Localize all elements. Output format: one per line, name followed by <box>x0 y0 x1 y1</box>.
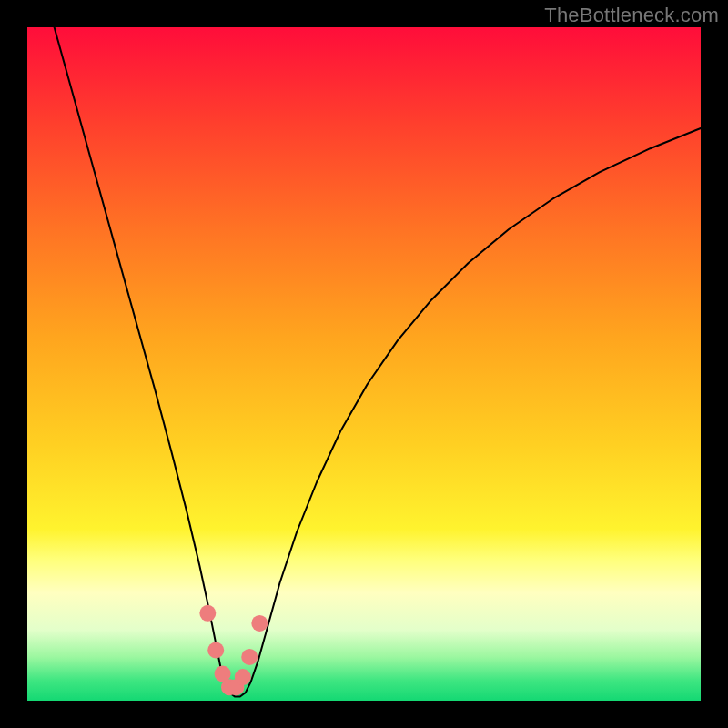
highlight-point <box>241 649 258 665</box>
highlight-point <box>251 615 268 632</box>
plot-background <box>27 27 701 701</box>
highlight-point <box>199 605 216 622</box>
chart-frame: TheBottleneck.com <box>0 0 728 728</box>
bottleneck-chart <box>0 0 728 728</box>
highlight-point <box>207 642 224 659</box>
watermark-text: TheBottleneck.com <box>544 4 719 27</box>
highlight-point <box>235 669 251 685</box>
